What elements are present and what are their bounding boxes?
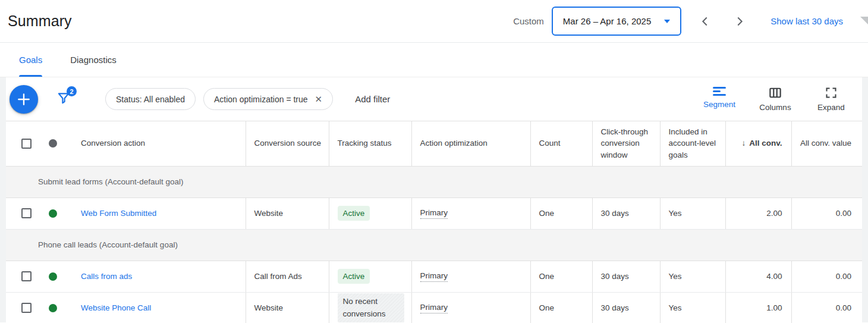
row-checkbox[interactable] xyxy=(21,303,32,313)
click-window-cell: 30 days xyxy=(592,292,660,323)
content-area: 2 Status: All enabled Action optimizatio… xyxy=(0,77,868,322)
tracking-status-badge: Active xyxy=(338,206,370,221)
next-period-button[interactable] xyxy=(732,14,747,29)
add-conversion-button[interactable] xyxy=(10,85,38,114)
date-range-picker[interactable]: Mar 26 – Apr 16, 2025 xyxy=(552,7,681,36)
expand-button[interactable]: Expand xyxy=(814,87,848,112)
row-select-cell xyxy=(6,261,39,292)
all-conv-value-cell: 0.00 xyxy=(791,292,862,323)
goals-card: 2 Status: All enabled Action optimizatio… xyxy=(6,77,862,323)
click-window-cell: 30 days xyxy=(592,261,660,292)
row-select-cell xyxy=(6,292,39,323)
filter-chip-action-optimization[interactable]: Action optimization = true xyxy=(203,88,333,110)
conversion-source-cell: Website xyxy=(246,292,329,323)
column-header-tracking-status[interactable]: Tracking status xyxy=(329,121,411,166)
included-goals-cell: Yes xyxy=(660,261,725,292)
expand-icon xyxy=(825,87,837,99)
active-tab-underline xyxy=(19,75,42,77)
included-goals-cell: Yes xyxy=(660,292,725,323)
table-header-row: Conversion action Conversion source Trac… xyxy=(6,121,862,166)
show-last-30-days-link[interactable]: Show last 30 days xyxy=(770,16,843,26)
column-header-all-conv-value[interactable]: All conv. value xyxy=(791,121,862,166)
select-all-checkbox[interactable] xyxy=(21,139,32,149)
page-header: Summary Custom Mar 26 – Apr 16, 2025 Sho… xyxy=(0,0,868,43)
tab-goals[interactable]: Goals xyxy=(19,43,42,77)
table-row: Website Phone Call Website No recent con… xyxy=(6,292,862,323)
filter-chip-status-label: Status: All enabled xyxy=(116,95,185,104)
row-status-cell xyxy=(39,197,67,229)
goal-group-label: Phone call leads (Account-default goal) xyxy=(6,229,862,261)
column-header-included-goals[interactable]: Included in account-level goals xyxy=(660,121,725,166)
chevron-down-icon xyxy=(664,20,670,23)
conversion-action-link[interactable]: Web Form Submitted xyxy=(81,209,156,218)
columns-icon xyxy=(769,87,782,99)
filter-button[interactable]: 2 xyxy=(56,90,71,108)
segment-label: Segment xyxy=(703,100,735,109)
tracking-status-cell: Active xyxy=(329,261,411,292)
tracking-status-cell: Active xyxy=(329,197,411,229)
all-conv-cell: 2.00 xyxy=(725,197,791,229)
filter-chip-action-optimization-label: Action optimization = true xyxy=(214,95,308,104)
table-row: Web Form Submitted Website Active Primar… xyxy=(6,197,862,229)
filter-chips: Status: All enabled Action optimization … xyxy=(105,88,333,110)
goal-group-row: Submit lead forms (Account-default goal) xyxy=(6,166,862,197)
sort-descending-icon: ↓ xyxy=(741,139,746,148)
table-row: Calls from ads Call from Ads Active Prim… xyxy=(6,261,862,292)
filter-toolbar: 2 Status: All enabled Action optimizatio… xyxy=(6,77,862,121)
plus-icon xyxy=(16,92,32,107)
columns-button[interactable]: Columns xyxy=(759,87,792,112)
conversion-action-cell: Website Phone Call xyxy=(67,292,246,323)
count-cell: One xyxy=(530,197,592,229)
action-optimization-value[interactable]: Primary xyxy=(420,208,448,219)
included-goals-cell: Yes xyxy=(660,197,725,229)
goal-group-label: Submit lead forms (Account-default goal) xyxy=(6,166,862,197)
action-optimization-cell: Primary xyxy=(411,197,530,229)
page-title: Summary xyxy=(8,12,72,30)
date-range-value: Mar 26 – Apr 16, 2025 xyxy=(563,16,651,26)
row-checkbox[interactable] xyxy=(21,271,32,281)
conversion-action-link[interactable]: Website Phone Call xyxy=(81,303,151,312)
filter-chip-status[interactable]: Status: All enabled xyxy=(105,88,196,110)
previous-period-button[interactable] xyxy=(698,14,712,29)
row-status-cell xyxy=(39,292,67,323)
column-header-count[interactable]: Count xyxy=(530,121,592,166)
all-conv-value-cell: 0.00 xyxy=(791,261,862,292)
tracking-status-badge: No recent conversions xyxy=(338,293,404,323)
all-conv-value-cell: 0.00 xyxy=(791,197,862,229)
action-optimization-cell: Primary xyxy=(411,261,530,292)
enabled-dot-icon xyxy=(49,209,57,218)
tracking-status-cell: No recent conversions xyxy=(329,292,411,323)
action-optimization-cell: Primary xyxy=(411,292,530,323)
tab-diagnostics[interactable]: Diagnostics xyxy=(70,43,117,77)
columns-label: Columns xyxy=(759,103,791,112)
conversion-action-link[interactable]: Calls from ads xyxy=(81,272,132,281)
add-filter-button[interactable]: Add filter xyxy=(355,94,390,104)
chevron-left-icon xyxy=(699,15,712,28)
conversion-action-cell: Web Form Submitted xyxy=(67,197,246,229)
date-mode-label: Custom xyxy=(513,16,544,26)
column-header-conversion-action[interactable]: Conversion action xyxy=(67,121,246,166)
header-select-all-cell xyxy=(6,121,39,166)
chevron-right-icon xyxy=(733,15,746,28)
row-status-cell xyxy=(39,261,67,292)
column-header-click-through-window[interactable]: Click-through conversion window xyxy=(592,121,660,166)
row-checkbox[interactable] xyxy=(21,208,32,218)
segment-button[interactable]: Segment xyxy=(703,87,736,112)
tab-bar: Goals Diagnostics xyxy=(0,43,868,77)
column-header-action-optimization[interactable]: Action optimization xyxy=(411,121,530,166)
close-icon[interactable] xyxy=(315,95,323,104)
action-optimization-value[interactable]: Primary xyxy=(420,271,448,282)
count-cell: One xyxy=(530,261,592,292)
column-header-all-conv[interactable]: ↓All conv. xyxy=(725,121,791,166)
goal-group-row: Phone call leads (Account-default goal) xyxy=(6,229,862,261)
action-optimization-value[interactable]: Primary xyxy=(420,303,448,313)
conversion-source-cell: Website xyxy=(246,197,329,229)
count-cell: One xyxy=(530,292,592,323)
date-range-controls: Custom Mar 26 – Apr 16, 2025 Show last 3… xyxy=(513,7,843,36)
enabled-dot-icon xyxy=(49,272,57,281)
conversion-source-cell: Call from Ads xyxy=(246,261,329,292)
conversion-actions-table: Conversion action Conversion source Trac… xyxy=(6,121,862,323)
column-header-conversion-source[interactable]: Conversion source xyxy=(246,121,329,166)
tab-goals-label: Goals xyxy=(19,55,42,65)
enabled-dot-icon xyxy=(49,304,57,312)
